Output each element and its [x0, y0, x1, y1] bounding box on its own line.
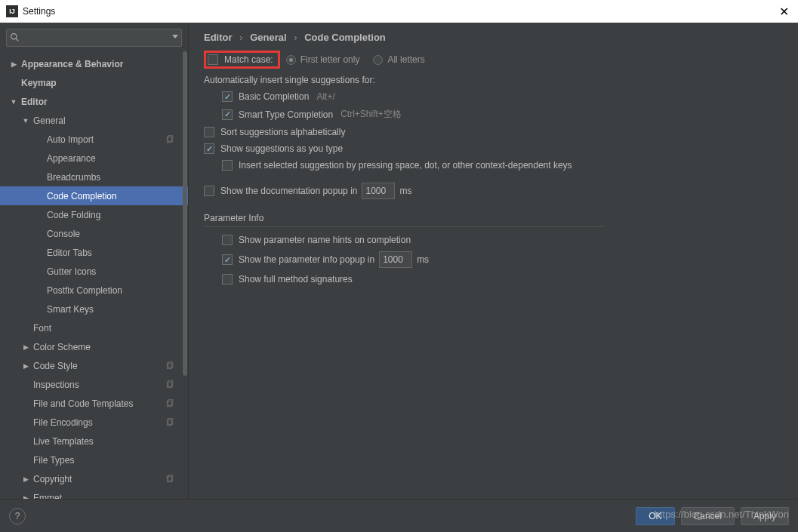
- breadcrumb-general[interactable]: General: [250, 32, 286, 43]
- sidebar-item-code-completion[interactable]: Code Completion: [0, 186, 188, 205]
- sidebar-item-general[interactable]: ▼General: [0, 111, 188, 130]
- sidebar-item-appearance[interactable]: Appearance: [0, 149, 188, 168]
- basic-completion-checkbox[interactable]: [222, 91, 233, 102]
- help-button[interactable]: ?: [9, 508, 26, 524]
- sidebar-item-label: Appearance & Behavior: [21, 59, 188, 69]
- param-popup-ms: ms: [417, 254, 429, 265]
- first-letter-radio[interactable]: [286, 55, 296, 65]
- sidebar-item-font[interactable]: Font: [0, 318, 188, 337]
- svg-marker-2: [172, 35, 178, 38]
- sidebar-item-label: Auto Import: [47, 134, 165, 145]
- sidebar-item-appearance-behavior[interactable]: ▶Appearance & Behavior: [0, 54, 188, 73]
- apply-button[interactable]: Apply: [741, 507, 789, 525]
- sidebar-item-file-and-code-templates[interactable]: File and Code Templates: [0, 394, 188, 413]
- param-hints-checkbox[interactable]: [222, 235, 233, 245]
- sidebar-item-label: Copyright: [33, 474, 165, 484]
- sidebar-item-label: Code Completion: [47, 191, 188, 201]
- settings-tree[interactable]: ▶Appearance & BehaviorKeymap▼Editor▼Gene…: [0, 53, 188, 499]
- sort-alpha-label: Sort suggestions alphabetically: [220, 127, 345, 137]
- tree-arrow-icon[interactable]: ▼: [9, 98, 18, 106]
- sidebar-item-smart-keys[interactable]: Smart Keys: [0, 300, 188, 318]
- sidebar-item-label: Breadcrumbs: [47, 172, 188, 183]
- scrollbar-thumb[interactable]: [183, 51, 187, 376]
- insert-keys-checkbox[interactable]: [222, 160, 233, 171]
- close-icon[interactable]: ✕: [776, 5, 792, 19]
- svg-point-0: [11, 34, 17, 39]
- sidebar-item-code-style[interactable]: ▶Code Style: [0, 356, 188, 375]
- sidebar-item-editor-tabs[interactable]: Editor Tabs: [0, 243, 188, 262]
- smart-completion-checkbox[interactable]: [222, 109, 233, 120]
- copy-icon[interactable]: [165, 418, 174, 427]
- tree-arrow-icon[interactable]: ▶: [21, 362, 30, 370]
- sidebar-item-color-scheme[interactable]: ▶Color Scheme: [0, 337, 188, 356]
- sidebar-item-emmet[interactable]: ▶Emmet: [0, 488, 188, 499]
- insert-keys-row: Insert selected suggestion by pressing s…: [204, 160, 783, 171]
- chevron-down-icon[interactable]: [172, 35, 178, 39]
- sidebar-item-label: Live Templates: [33, 436, 188, 447]
- sidebar-item-label: Editor: [21, 97, 188, 107]
- sidebar-item-label: Editor Tabs: [47, 248, 188, 258]
- breadcrumb: Editor › General › Code Completion: [204, 32, 783, 43]
- tree-arrow-icon[interactable]: ▶: [21, 494, 30, 500]
- sidebar-item-inspections[interactable]: Inspections: [0, 375, 188, 394]
- sidebar-item-postfix-completion[interactable]: Postfix Completion: [0, 281, 188, 300]
- show-as-type-checkbox[interactable]: [204, 143, 214, 154]
- all-letters-label: All letters: [387, 54, 424, 65]
- sidebar-item-code-folding[interactable]: Code Folding: [0, 205, 188, 224]
- parameter-info-header: Parameter Info: [204, 213, 604, 227]
- sidebar-item-console[interactable]: Console: [0, 224, 188, 243]
- smart-completion-row: Smart Type Completion Ctrl+Shift+空格: [204, 108, 783, 121]
- sidebar-item-file-types[interactable]: File Types: [0, 451, 188, 469]
- full-sig-checkbox[interactable]: [222, 274, 233, 284]
- match-case-label: Match case:: [224, 54, 273, 65]
- sidebar-item-breadcrumbs[interactable]: Breadcrumbs: [0, 168, 188, 186]
- match-case-checkbox[interactable]: [208, 54, 218, 65]
- cancel-button[interactable]: Cancel: [681, 507, 735, 525]
- param-hints-label: Show parameter name hints on completion: [239, 235, 411, 245]
- copy-icon[interactable]: [165, 135, 174, 144]
- tree-arrow-icon[interactable]: ▶: [21, 475, 30, 483]
- sidebar-item-label: Code Style: [33, 361, 165, 371]
- breadcrumb-editor[interactable]: Editor: [204, 32, 233, 43]
- search-input[interactable]: [6, 29, 182, 47]
- tree-arrow-icon[interactable]: ▶: [9, 60, 18, 68]
- sidebar-item-file-encodings[interactable]: File Encodings: [0, 413, 188, 432]
- tree-arrow-icon[interactable]: ▶: [21, 343, 30, 351]
- main-area: ▶Appearance & BehaviorKeymap▼Editor▼Gene…: [0, 23, 798, 499]
- sidebar-item-label: Emmet: [33, 493, 188, 500]
- doc-popup-ms: ms: [399, 186, 411, 196]
- first-letter-label: First letter only: [300, 54, 360, 65]
- content-panel: Editor › General › Code Completion Match…: [189, 23, 798, 499]
- param-popup-checkbox[interactable]: [222, 254, 233, 265]
- doc-popup-input[interactable]: [362, 183, 395, 199]
- ok-button[interactable]: OK: [636, 507, 674, 525]
- full-sig-row: Show full method signatures: [204, 274, 783, 284]
- sidebar-item-label: Gutter Icons: [47, 266, 188, 277]
- copy-icon[interactable]: [165, 475, 174, 484]
- sidebar-item-label: Inspections: [33, 380, 165, 390]
- sort-alpha-checkbox[interactable]: [204, 127, 214, 137]
- param-popup-input[interactable]: [379, 251, 412, 268]
- tree-arrow-icon[interactable]: ▼: [21, 117, 30, 125]
- sidebar-item-keymap[interactable]: Keymap: [0, 73, 188, 92]
- sort-alpha-row: Sort suggestions alphabetically: [204, 127, 783, 137]
- doc-popup-row: Show the documentation popup in ms: [204, 183, 783, 199]
- doc-popup-checkbox[interactable]: [204, 186, 214, 196]
- sidebar-item-label: Postfix Completion: [47, 285, 188, 296]
- match-case-highlight: Match case:: [204, 51, 280, 69]
- insert-keys-label: Insert selected suggestion by pressing s…: [239, 160, 572, 171]
- sidebar-item-gutter-icons[interactable]: Gutter Icons: [0, 262, 188, 281]
- copy-icon[interactable]: [165, 380, 174, 389]
- sidebar-item-auto-import[interactable]: Auto Import: [0, 130, 188, 149]
- copy-icon[interactable]: [165, 399, 174, 408]
- sidebar-item-label: Appearance: [47, 153, 188, 164]
- footer: ? OK Cancel Apply: [0, 499, 798, 532]
- all-letters-radio[interactable]: [373, 55, 383, 65]
- sidebar-item-copyright[interactable]: ▶Copyright: [0, 469, 188, 488]
- copy-icon[interactable]: [165, 361, 174, 371]
- param-popup-row: Show the parameter info popup in ms: [204, 251, 783, 268]
- sidebar: ▶Appearance & BehaviorKeymap▼Editor▼Gene…: [0, 23, 189, 499]
- basic-completion-shortcut: Alt+/: [316, 91, 334, 102]
- sidebar-item-live-templates[interactable]: Live Templates: [0, 432, 188, 451]
- sidebar-item-editor[interactable]: ▼Editor: [0, 92, 188, 111]
